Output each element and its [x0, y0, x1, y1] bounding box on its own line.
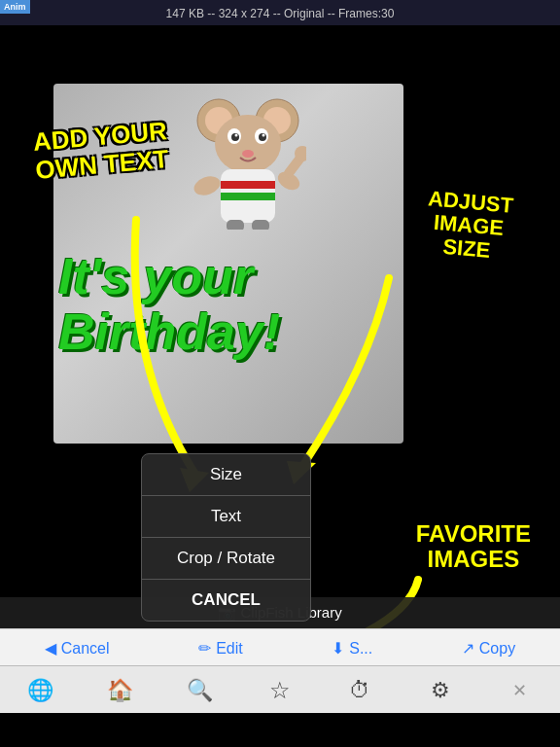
cancel-label: Cancel [61, 640, 110, 658]
context-menu-crop-rotate[interactable]: Crop / Rotate [142, 538, 310, 580]
bottom-toolbar: ◀ Cancel ✏ Edit ⬇ S... ↗ Copy [0, 628, 560, 665]
nav-home[interactable]: 🏠 [100, 674, 139, 707]
edit-icon: ✏ [198, 639, 211, 658]
svg-point-10 [262, 134, 265, 137]
context-menu-text[interactable]: Text [142, 496, 310, 538]
gear-icon: ⚙ [431, 678, 450, 703]
save-icon: ⬇ [332, 639, 344, 658]
svg-point-4 [215, 115, 281, 173]
close-icon: ✕ [512, 680, 527, 701]
clock-icon: ⏱ [349, 678, 370, 703]
search-icon: 🔍 [187, 678, 213, 703]
context-menu-size[interactable]: Size [142, 454, 310, 496]
nav-settings[interactable]: ⚙ [421, 674, 460, 707]
annotation-add-text: ADD YOUROWN TEXT [32, 117, 171, 184]
nav-star[interactable]: ☆ [261, 674, 299, 707]
image-container: It's yourBirthday! ADD YOUROWN TEXT ADJU… [0, 25, 560, 628]
svg-point-15 [192, 173, 223, 198]
home-icon: 🏠 [107, 678, 133, 703]
cancel-arrow-icon: ◀ [45, 639, 56, 658]
edit-label: Edit [216, 640, 243, 658]
file-info: 147 KB -- 324 x 274 -- Original -- Frame… [166, 7, 395, 20]
status-bar: Anim 147 KB -- 324 x 274 -- Original -- … [0, 0, 560, 25]
globe-icon: 🌐 [27, 678, 53, 703]
annotation-adjust-text: ADJUSTIMAGESIZE [423, 187, 514, 265]
copy-icon: ↗ [462, 639, 474, 658]
edit-button[interactable]: ✏ Edit [198, 639, 243, 658]
nav-clock[interactable]: ⏱ [340, 674, 379, 707]
svg-point-9 [235, 134, 238, 137]
context-menu-cancel[interactable]: CANCEL [142, 580, 310, 621]
copy-button[interactable]: ↗ Copy [462, 639, 515, 658]
cancel-button[interactable]: ◀ Cancel [45, 639, 110, 658]
context-menu: Size Text Crop / Rotate CANCEL [141, 453, 311, 622]
anim-badge: Anim [0, 0, 30, 14]
save-button[interactable]: ⬇ S... [332, 639, 372, 658]
nav-globe[interactable]: 🌐 [20, 674, 59, 707]
mouse-character [185, 89, 311, 234]
copy-label: Copy [479, 640, 515, 658]
svg-rect-13 [221, 181, 275, 189]
star-icon: ☆ [269, 677, 291, 704]
nav-close[interactable]: ✕ [501, 674, 540, 707]
save-label: S... [349, 640, 372, 658]
svg-rect-20 [252, 220, 269, 230]
svg-point-11 [242, 150, 254, 158]
nav-search[interactable]: 🔍 [181, 674, 220, 707]
nav-bar: 🌐 🏠 🔍 ☆ ⏱ ⚙ ✕ [0, 665, 560, 713]
annotation-favorite-text: FAVORITEIMAGES [416, 521, 531, 573]
svg-rect-14 [221, 193, 275, 200]
svg-rect-19 [227, 220, 244, 230]
birthday-text: It's yourBirthday! [58, 249, 280, 360]
